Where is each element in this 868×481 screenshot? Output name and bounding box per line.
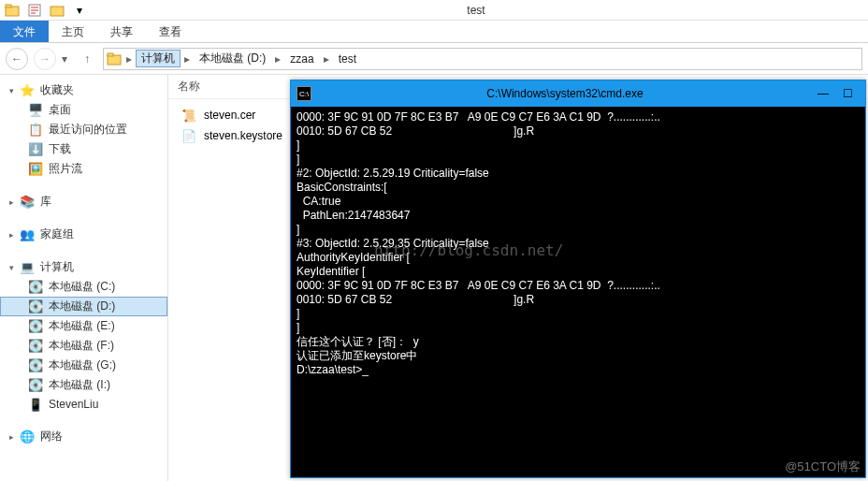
chevron-right-icon[interactable]: ▸ [271, 52, 284, 66]
sidebar-item-drive-f[interactable]: 💽本地磁盘 (F:) [0, 336, 167, 356]
recent-icon: 📋 [28, 123, 43, 138]
photo-icon: 🖼️ [28, 162, 43, 177]
cmd-line: #2: ObjectId: 2.5.29.19 Criticality=fals… [297, 167, 860, 181]
chevron-down-icon: ▾ [9, 86, 14, 95]
sidebar-computer[interactable]: ▾💻计算机 [0, 257, 167, 277]
watermark-corner: @51CTO博客 [785, 459, 861, 475]
download-icon: ⬇️ [28, 142, 43, 157]
sidebar-network[interactable]: ▸🌐网络 [0, 427, 167, 446]
cmd-line: 0010: 5D 67 CB 52 ]g.R [297, 124, 860, 138]
chevron-right-icon[interactable]: ▸ [123, 52, 136, 66]
minimize-button[interactable]: — [811, 84, 835, 103]
sidebar-item-downloads[interactable]: ⬇️下载 [0, 139, 167, 159]
tab-file[interactable]: 文件 [0, 21, 49, 42]
quick-access-toolbar: ▾ [4, 2, 88, 19]
drive-icon: 💽 [28, 280, 43, 295]
cmd-line: 0000: 3F 9C 91 0D 7F 8C E3 B7 A9 0E C9 C… [297, 279, 860, 293]
breadcrumb-segment[interactable]: test [333, 52, 362, 66]
cmd-line: BasicConstraints:[ [297, 181, 860, 195]
cmd-line: ] [297, 138, 860, 153]
address-folder-icon [106, 51, 123, 67]
breadcrumb-segment[interactable]: zzaa [284, 52, 319, 66]
sidebar-item-drive-i[interactable]: 💽本地磁盘 (I:) [0, 375, 167, 395]
star-icon: ⭐ [20, 83, 35, 98]
up-button[interactable]: ↑ [77, 49, 97, 69]
nav-tree: ▾⭐收藏夹 🖥️桌面 📋最近访问的位置 ⬇️下载 🖼️照片流 ▸📚库 ▸👥家庭组… [0, 75, 168, 481]
cmd-line: 0010: 5D 67 CB 52 ]g.R [297, 293, 860, 307]
library-icon: 📚 [20, 195, 35, 210]
sidebar-item-stevenliu[interactable]: 📱StevenLiu [0, 395, 167, 414]
cmd-line: ] [297, 321, 860, 335]
qa-overflow-icon[interactable]: ▾ [71, 2, 88, 19]
cmd-line: D:\zzaa\test>_ [297, 363, 860, 377]
nav-bar: ← → ▾ ↑ ▸ 计算机 ▸ 本地磁盘 (D:) ▸ zzaa ▸ test [0, 43, 868, 75]
sidebar-item-desktop[interactable]: 🖥️桌面 [0, 100, 167, 120]
cmd-line: 0000: 3F 9C 91 0D 7F 8C E3 B7 A9 0E C9 C… [297, 110, 860, 124]
drive-icon: 💽 [28, 339, 43, 354]
drive-icon: 💽 [28, 299, 43, 314]
drive-icon: 💽 [28, 319, 43, 334]
cmd-line: ] [297, 307, 860, 321]
folder-icon[interactable] [4, 2, 21, 19]
cmd-line: KeyIdentifier [ [297, 265, 860, 279]
cmd-title-text: C:\Windows\system32\cmd.exe [319, 87, 811, 100]
homegroup-icon: 👥 [20, 227, 35, 242]
chevron-right-icon: ▸ [9, 432, 14, 442]
cert-icon: 📜 [181, 108, 196, 123]
back-button[interactable]: ← [6, 48, 28, 70]
cmd-line: 信任这个认证？ [否]： y [297, 335, 860, 349]
svg-rect-3 [51, 7, 64, 16]
drive-icon: 💽 [28, 378, 43, 393]
tab-share[interactable]: 共享 [97, 21, 146, 42]
properties-icon[interactable] [26, 2, 43, 19]
svg-rect-1 [6, 5, 11, 7]
device-icon: 📱 [28, 397, 43, 412]
sidebar-item-drive-c[interactable]: 💽本地磁盘 (C:) [0, 277, 167, 297]
cmd-icon: C:\ [297, 86, 311, 101]
tab-view[interactable]: 查看 [146, 21, 195, 42]
sidebar-item-drive-e[interactable]: 💽本地磁盘 (E:) [0, 316, 167, 336]
chevron-right-icon[interactable]: ▸ [181, 52, 194, 66]
chevron-down-icon: ▾ [9, 263, 14, 272]
tab-home[interactable]: 主页 [49, 21, 97, 42]
cmd-line: ] [297, 223, 860, 237]
sidebar-item-photostream[interactable]: 🖼️照片流 [0, 159, 167, 179]
chevron-right-icon: ▸ [9, 230, 14, 240]
cmd-line: 认证已添加至keystore中 [297, 349, 860, 363]
sidebar-libraries[interactable]: ▸📚库 [0, 192, 167, 211]
chevron-right-icon[interactable]: ▸ [320, 52, 333, 66]
svg-rect-5 [108, 53, 113, 56]
cmd-window: C:\ C:\Windows\system32\cmd.exe — ☐ 0000… [290, 80, 866, 478]
computer-icon: 💻 [20, 260, 35, 275]
breadcrumb-segment[interactable]: 计算机 [136, 50, 181, 67]
maximize-button[interactable]: ☐ [835, 84, 860, 103]
network-icon: 🌐 [20, 430, 35, 445]
sidebar-favorites[interactable]: ▾⭐收藏夹 [0, 80, 167, 100]
breadcrumb-segment[interactable]: 本地磁盘 (D:) [194, 51, 271, 66]
recent-dropdown-icon[interactable]: ▾ [62, 52, 71, 66]
forward-button[interactable]: → [34, 48, 56, 70]
ribbon-tabs: 文件 主页 共享 查看 [0, 21, 868, 43]
folder-open-icon[interactable] [49, 2, 65, 19]
drive-icon: 💽 [28, 358, 43, 373]
cmd-titlebar[interactable]: C:\ C:\Windows\system32\cmd.exe — ☐ [291, 80, 865, 107]
sidebar-item-recent[interactable]: 📋最近访问的位置 [0, 120, 167, 139]
watermark-center: http://blog.csdn.net/ [374, 241, 563, 259]
cmd-line: CA:true [297, 195, 860, 209]
sidebar-item-drive-d[interactable]: 💽本地磁盘 (D:) [0, 297, 167, 316]
cmd-line: PathLen:2147483647 [297, 209, 860, 223]
sidebar-item-drive-g[interactable]: 💽本地磁盘 (G:) [0, 356, 167, 375]
window-title: test [88, 4, 864, 17]
sidebar-homegroup[interactable]: ▸👥家庭组 [0, 225, 167, 244]
address-bar[interactable]: ▸ 计算机 ▸ 本地磁盘 (D:) ▸ zzaa ▸ test [103, 48, 862, 70]
chevron-right-icon: ▸ [9, 197, 14, 207]
desktop-icon: 🖥️ [28, 103, 43, 118]
cmd-line: ] [297, 153, 860, 167]
file-icon: 📄 [181, 128, 196, 143]
window-titlebar: ▾ test [0, 0, 868, 21]
